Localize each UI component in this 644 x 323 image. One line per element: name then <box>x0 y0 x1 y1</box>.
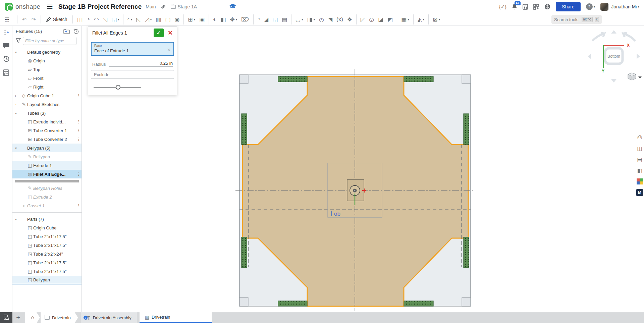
toolbar-tool[interactable]: ◲ ▾ <box>270 14 280 24</box>
feature-tree-item[interactable]: ◳ Tube 2"x1"x17.5" <box>12 241 82 250</box>
toolbar-tool[interactable]: ▣ ▾ <box>197 14 209 24</box>
radius-value-input[interactable]: 0.25 in <box>109 61 173 67</box>
comments-icon[interactable] <box>3 43 9 48</box>
feature-tree-item[interactable] <box>12 178 82 184</box>
toolbar-tool[interactable]: ◩ ▾ <box>385 14 397 24</box>
feature-tree-item[interactable]: ▾ Tubes (3) <box>12 109 82 117</box>
feature-tree-item[interactable]: ▱ Top <box>12 65 82 74</box>
home-tab[interactable]: ⌂ <box>25 312 40 323</box>
feature-tree-item[interactable] <box>12 210 82 215</box>
feature-tree-item[interactable]: ◳ Tube 2"x1"x17.5" <box>12 232 82 241</box>
share-button[interactable]: Share <box>556 2 580 11</box>
toolbar-tool[interactable]: ◿ ▾ <box>143 14 154 24</box>
row-menu-icon[interactable]: ⋮ <box>77 128 82 133</box>
partstudio-tab[interactable]: ▧ Drivetrain <box>140 312 212 323</box>
tree-chevron-icon[interactable]: › <box>15 94 20 98</box>
toolbar-tool[interactable]: ◪ ▾ <box>376 14 385 24</box>
toolbar-tool[interactable]: ◜ ▾ <box>125 14 134 24</box>
folder-breadcrumb-tab[interactable]: Drivetrain <box>41 312 78 323</box>
link-icon[interactable] <box>161 4 166 9</box>
frame-corner[interactable] <box>462 75 471 84</box>
toolbar-tool[interactable]: ◺ ▾ <box>135 14 143 24</box>
feature-tree-item[interactable]: › ✎ Layout Sketches <box>12 100 82 109</box>
feature-tree-item[interactable]: ◫ Extrude 1 <box>12 161 82 170</box>
frame-corner[interactable] <box>239 298 248 306</box>
display-states-icon[interactable]: ▤ <box>636 156 643 163</box>
feature-tree-item[interactable]: ◳ Tube 2"x2"x24" <box>12 250 82 258</box>
slider-thumb[interactable] <box>116 85 120 90</box>
feature-tree-item[interactable]: ▾ Default geometry <box>12 48 82 56</box>
origin-cube[interactable] <box>347 179 364 201</box>
toolbar-tool[interactable]: ◝ ▾ <box>256 14 262 24</box>
toolbar-tool[interactable]: ⌦ ▾ <box>239 14 254 24</box>
row-menu-icon[interactable]: ⋮ <box>77 93 82 98</box>
notifications-bell-icon[interactable]: 9+ <box>512 4 517 10</box>
follow-checklist-icon[interactable] <box>3 69 9 76</box>
create-folder-icon[interactable] <box>63 29 70 34</box>
history-icon[interactable] <box>3 56 9 62</box>
redo-button[interactable]: ↷ <box>29 16 38 23</box>
user-menu[interactable]: Jonathan Mi ▾ <box>600 3 639 11</box>
toolbar-tool[interactable]: ◫ ▾ <box>75 14 85 24</box>
tree-chevron-icon[interactable]: ▾ <box>15 217 20 221</box>
help-menu[interactable]: ? ▾ <box>586 3 595 10</box>
dialog-confirm-button[interactable]: ✓ <box>154 29 164 37</box>
toolbar-tool[interactable]: ⊠ ▾ <box>431 14 442 24</box>
toolbar-tool[interactable]: ◷ ▾ <box>317 14 326 24</box>
feature-tree-item[interactable]: ◳ Tube 2"x1"x17.5" <box>12 258 82 267</box>
appearance-panel-icon[interactable] <box>636 178 643 185</box>
toolbar-tool[interactable]: ◡ ▾ <box>293 14 305 24</box>
toolbar-tool[interactable]: ▤ ▾ <box>280 14 291 24</box>
search-tools-box[interactable]: Search tools... alt/⌥ c <box>551 15 602 24</box>
feature-tree-item[interactable]: ✎ Bellypan <box>12 152 82 161</box>
filter-funnel-icon[interactable] <box>16 38 21 44</box>
tree-chevron-icon[interactable]: ▾ <box>15 111 20 115</box>
toolbar-tool[interactable]: ◶ ▾ <box>367 14 376 24</box>
search-tabs-button[interactable] <box>0 312 12 323</box>
toolbar-tool[interactable]: ▢ ▾ <box>163 14 172 24</box>
main-menu-icon[interactable]: ☰ <box>46 2 53 11</box>
feature-tree-item[interactable]: ◳ Tube 2"x1"x17.5" <box>12 267 82 276</box>
tree-chevron-icon[interactable]: › <box>15 103 20 106</box>
toolbar-tool[interactable]: ◹ ▾ <box>101 14 109 24</box>
toolbar-tool[interactable]: ⊞ ▾ <box>186 14 197 24</box>
toolbar-tool[interactable]: ◭ ▾ <box>416 14 429 24</box>
toolbar-tool[interactable]: ▥ ▾ <box>154 14 163 24</box>
feature-tree-item[interactable]: ▱ Right <box>12 83 82 91</box>
tree-chevron-icon[interactable]: ▾ <box>15 50 20 54</box>
feature-tree-item[interactable]: ◳ Bellypan <box>12 276 82 284</box>
toolbar-tool[interactable]: ◨ ▾ <box>305 14 317 24</box>
insert-item-icon[interactable] <box>3 29 9 35</box>
toolbar-tool[interactable]: ◢ ▾ <box>262 14 270 24</box>
row-menu-icon[interactable]: ⋮ <box>77 203 82 208</box>
toolbar-tool[interactable]: ❖ ▾ <box>345 14 357 24</box>
toolbar-tool[interactable]: ◥ ▾ <box>326 14 334 24</box>
feature-tree-item[interactable]: ◍ Fillet All Edge... ⋮ <box>12 170 82 178</box>
feature-tree-item[interactable]: ◎ Origin <box>12 56 82 65</box>
add-tab-button[interactable]: + <box>12 312 24 323</box>
dialog-close-button[interactable]: ✕ <box>166 29 174 37</box>
sketch-button[interactable]: Sketch <box>43 17 70 22</box>
integration-app-icon[interactable]: M <box>636 189 643 196</box>
clear-selection-icon[interactable]: ✕ <box>167 47 171 52</box>
toolbar-tool[interactable]: ◱ ▾ <box>109 14 124 24</box>
app-store-icon[interactable] <box>533 4 539 10</box>
breadcrumb[interactable]: Stage 1A <box>171 4 197 9</box>
face-selection-field[interactable]: Face Face of Extrude 1 ✕ <box>91 42 174 56</box>
feature-tree-item[interactable]: ▾ Bellypan (5) <box>12 144 82 152</box>
named-views-icon[interactable]: ◫ <box>636 145 643 152</box>
feature-tree-item[interactable]: ▱ Front <box>12 74 82 83</box>
community-icon[interactable] <box>544 4 550 10</box>
exclude-input[interactable] <box>91 70 174 79</box>
toolbar-tool[interactable]: ✥ ▾ <box>228 14 239 24</box>
toolbar-tool[interactable]: ◠ ▾ <box>92 14 101 24</box>
tree-chevron-icon[interactable]: ▾ <box>15 146 20 150</box>
print-icon[interactable]: ⎙ <box>636 133 643 141</box>
workspace-name[interactable]: Main <box>146 4 156 9</box>
feature-filter-input[interactable] <box>23 37 76 45</box>
featurescript-icon[interactable]: {✓} <box>499 4 507 10</box>
feature-list-toggle-icon[interactable]: ☶ <box>2 16 12 23</box>
row-menu-icon[interactable]: ⋮ <box>77 119 82 124</box>
section-view-icon[interactable]: ◧ <box>636 167 643 174</box>
row-menu-icon[interactable]: ⋮ <box>77 137 82 142</box>
